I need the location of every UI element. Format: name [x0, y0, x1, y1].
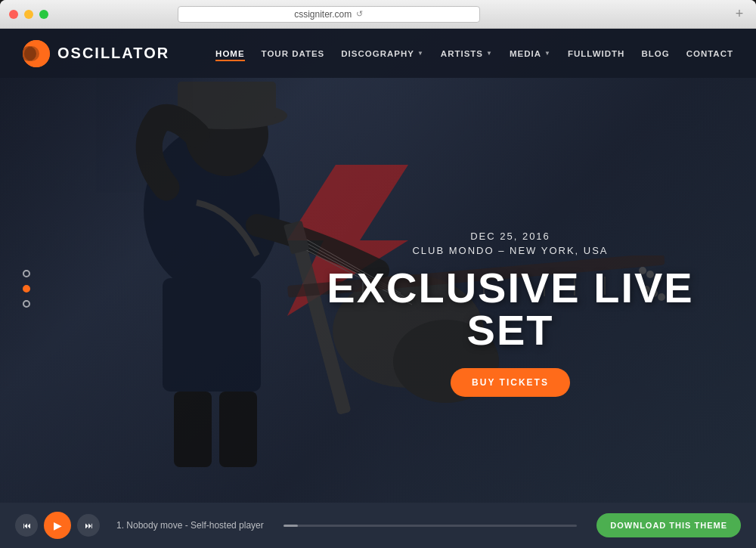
nav-discography[interactable]: DISCOGRAPHY ▼ [341, 49, 424, 58]
navbar: OSCILLATOR HOME TOUR DATES DISCOGRAPHY ▼… [0, 29, 756, 78]
svg-rect-12 [284, 221, 310, 255]
nav-media[interactable]: MEDIA ▼ [510, 49, 551, 58]
track-info: 1. Nobody move - Self-hosted player [116, 520, 264, 531]
discography-dropdown-icon: ▼ [417, 50, 424, 57]
nav-tour-dates[interactable]: TOUR DATES [262, 49, 325, 58]
event-date: DEC 25, 2016 [321, 231, 699, 242]
logo-icon [23, 40, 50, 67]
refresh-icon[interactable]: ↺ [356, 9, 363, 19]
svg-rect-13 [174, 392, 212, 467]
player-bar: ⏮ ▶ ⏭ 1. Nobody move - Self-hosted playe… [0, 503, 756, 548]
website-content: OSCILLATOR HOME TOUR DATES DISCOGRAPHY ▼… [0, 29, 756, 548]
logo[interactable]: OSCILLATOR [23, 40, 169, 67]
artists-dropdown-icon: ▼ [486, 50, 493, 57]
event-location: CLUB MONDO – NEW YORK, USA [321, 245, 699, 256]
buy-tickets-button[interactable]: BUY TICKETS [451, 368, 570, 397]
prev-track-button[interactable]: ⏮ [15, 514, 38, 537]
browser-titlebar: cssigniter.com ↺ + [0, 0, 756, 29]
nav-blog[interactable]: BLOG [641, 49, 669, 58]
address-bar[interactable]: cssigniter.com ↺ [178, 6, 480, 23]
slide-dot-2[interactable] [23, 285, 30, 293]
browser-window: cssigniter.com ↺ + [0, 0, 756, 548]
nav-contact[interactable]: CONTACT [686, 49, 733, 58]
new-tab-button[interactable]: + [732, 7, 747, 22]
slide-indicators [23, 270, 30, 308]
progress-fill [284, 525, 298, 527]
player-controls: ⏮ ▶ ⏭ [15, 512, 100, 539]
play-icon: ▶ [54, 519, 62, 531]
nav-links: HOME TOUR DATES DISCOGRAPHY ▼ ARTISTS ▼ … [215, 49, 733, 58]
nav-home[interactable]: HOME [215, 49, 245, 58]
next-track-button[interactable]: ⏭ [77, 514, 100, 537]
hero-title: EXCLUSIVE LIVE SET [321, 267, 699, 351]
url-text: cssigniter.com [294, 9, 352, 20]
nav-fullwidth[interactable]: FULLWIDTH [568, 49, 624, 58]
play-button[interactable]: ▶ [44, 512, 71, 539]
logo-text: OSCILLATOR [57, 45, 169, 62]
prev-icon: ⏮ [23, 521, 31, 530]
svg-point-33 [24, 46, 39, 61]
slide-dot-3[interactable] [23, 300, 30, 308]
download-theme-button[interactable]: DOWNLOAD THIS THEME [596, 513, 741, 537]
hero-content: DEC 25, 2016 CLUB MONDO – NEW YORK, USA … [321, 231, 699, 397]
slide-dot-1[interactable] [23, 270, 30, 277]
svg-rect-14 [219, 392, 257, 467]
close-button[interactable] [9, 10, 18, 19]
minimize-button[interactable] [24, 10, 33, 19]
progress-bar[interactable] [284, 525, 578, 527]
next-icon: ⏭ [85, 521, 93, 530]
maximize-button[interactable] [39, 10, 48, 19]
nav-artists[interactable]: ARTISTS ▼ [441, 49, 493, 58]
media-dropdown-icon: ▼ [544, 50, 551, 57]
svg-rect-4 [163, 278, 261, 392]
